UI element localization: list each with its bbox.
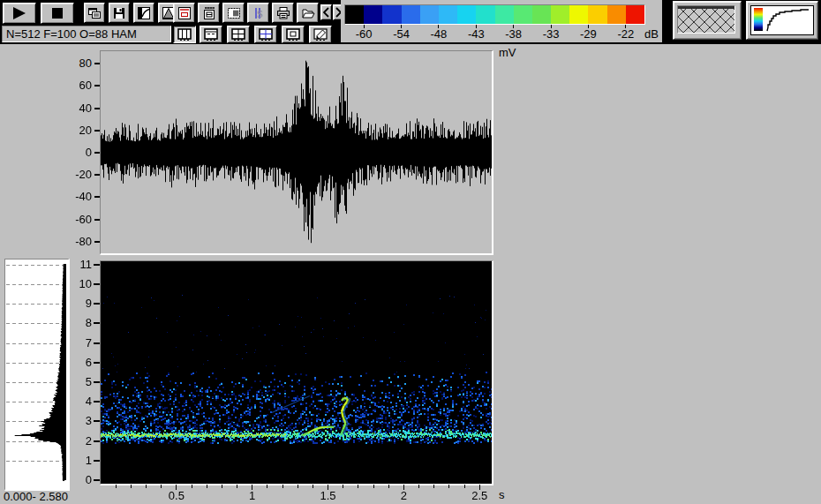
- spectrogram-ytick-label: 7: [69, 336, 92, 350]
- play-icon: [11, 6, 28, 20]
- time-tick: [131, 485, 132, 488]
- hatch-pattern-panel[interactable]: [673, 1, 742, 40]
- toolbar: S N=512 F=100 O=88 HAM: [0, 0, 821, 44]
- waveform-ytick-label: -40: [53, 190, 92, 203]
- spectrogram-ytick-label: 4: [69, 395, 92, 408]
- average-spectrum-panel[interactable]: [4, 259, 70, 491]
- colorbar-tick-label: -29: [573, 27, 603, 41]
- colorbar-segment: [626, 5, 644, 24]
- spectrogram-ytick-label: 5: [69, 375, 92, 388]
- spectrogram-ytick: [94, 322, 100, 324]
- spectrogram-ytick-label: 0: [69, 473, 92, 486]
- layout-cross-blue-icon: [259, 28, 273, 41]
- layout-inset-button[interactable]: [282, 26, 305, 43]
- waveform-canvas[interactable]: [101, 51, 492, 253]
- stop-icon: [50, 6, 64, 20]
- waveform-unit-label: mV: [499, 46, 516, 59]
- time-tick: [298, 485, 298, 488]
- time-tick: [464, 485, 465, 488]
- time-tick: [207, 485, 207, 488]
- colorbar-tick-label: -33: [536, 27, 566, 41]
- waveform-ytick-label: -60: [53, 213, 92, 226]
- waveform-plot[interactable]: [100, 50, 493, 255]
- time-tick-label: 1: [239, 489, 266, 502]
- prev-button[interactable]: [320, 4, 332, 20]
- transfer-curve-panel[interactable]: [746, 1, 818, 40]
- time-tick: [433, 485, 434, 488]
- spectrogram-ytick: [94, 401, 100, 402]
- fft-status-field: N=512 F=100 O=88 HAM: [2, 26, 171, 42]
- layout-spectrum-button[interactable]: [200, 26, 222, 43]
- time-tick: [373, 485, 374, 488]
- spectrogram-ytick: [94, 264, 100, 266]
- waveform-ytick: [94, 63, 100, 64]
- spectrogram-ytick: [94, 362, 100, 364]
- time-tick: [448, 485, 449, 488]
- time-tick: [282, 485, 283, 488]
- waveform-ytick: [94, 174, 100, 176]
- edit-annotations-button[interactable]: [309, 26, 332, 43]
- time-tick: [358, 485, 358, 488]
- scale-settings-button[interactable]: S: [247, 3, 269, 23]
- signal-display-button[interactable]: [173, 3, 195, 23]
- scale-curve-button[interactable]: [133, 3, 154, 23]
- fft-marks-icon: [202, 6, 216, 20]
- waveform-ytick: [94, 152, 100, 154]
- time-tick: [267, 485, 267, 488]
- spectrogram-settings-button[interactable]: [222, 3, 245, 23]
- spectrogram-canvas[interactable]: [101, 261, 492, 484]
- colorbar-tick-label: -54: [387, 27, 417, 41]
- waveform-ytick: [94, 196, 100, 198]
- colorbar-segment: [439, 5, 457, 24]
- colorbar-tick-label: -60: [349, 27, 379, 41]
- colorbar-segment: [345, 5, 364, 24]
- colorbar-tick-label: -38: [499, 27, 529, 41]
- stop-button[interactable]: [41, 3, 74, 24]
- colorbar-tick-label: -48: [424, 27, 454, 41]
- fft-settings-button[interactable]: [198, 3, 220, 23]
- time-tick-label: 2: [390, 489, 417, 502]
- spectrogram-ytick-label: 11: [69, 258, 92, 271]
- colorbar-segment: [588, 5, 606, 24]
- colorbar-segment: [607, 5, 626, 24]
- layout-waveform-button[interactable]: [173, 26, 196, 43]
- layout-grid-alt-button[interactable]: [254, 26, 277, 43]
- colorbar-segment: [476, 5, 494, 24]
- spectrogram-hatch-icon: [227, 6, 241, 20]
- time-tick-label: 0.5: [163, 489, 190, 502]
- time-tick: [192, 485, 192, 488]
- colorbar-panel: dB -60-54-48-43-38-33-29-22: [341, 0, 662, 42]
- colorbar-segment: [364, 5, 382, 24]
- spectrogram-ytick: [94, 420, 100, 422]
- svg-text:S: S: [257, 7, 263, 19]
- time-tick: [388, 485, 389, 488]
- time-tick: [313, 485, 313, 488]
- layout-grid-button[interactable]: [227, 26, 250, 43]
- time-tick: [116, 485, 117, 488]
- play-button[interactable]: [3, 3, 36, 24]
- signal-window-icon: [177, 6, 192, 20]
- colorbar: [344, 4, 645, 25]
- print-button[interactable]: [272, 3, 294, 23]
- spectrogram-ytick: [94, 460, 100, 462]
- waveform-ytick-label: 80: [53, 56, 92, 70]
- chevron-left-icon: [322, 7, 330, 18]
- open-file-button[interactable]: [297, 3, 319, 23]
- printer-icon: [276, 6, 290, 20]
- average-spectrum-canvas: [5, 260, 68, 489]
- colorbar-segment: [457, 5, 476, 24]
- hatch-pattern-icon: [678, 6, 734, 33]
- spectrogram-ytick: [94, 479, 100, 481]
- waveform-ytick-label: 60: [53, 79, 92, 92]
- spectrogram-ytick: [94, 283, 100, 285]
- waveform-ytick: [94, 219, 100, 221]
- time-tick-label: 2.5: [466, 489, 493, 502]
- spectrogram-ytick-label: 2: [69, 434, 92, 448]
- spectrogram-ytick: [94, 303, 100, 305]
- spectrogram-ytick: [94, 342, 100, 344]
- spectrogram-plot[interactable]: [100, 260, 493, 485]
- save-button[interactable]: [109, 3, 130, 23]
- waveform-ytick-label: 20: [53, 124, 92, 137]
- spectrogram-ytick-label: 8: [69, 316, 92, 329]
- windows-button[interactable]: [84, 3, 105, 23]
